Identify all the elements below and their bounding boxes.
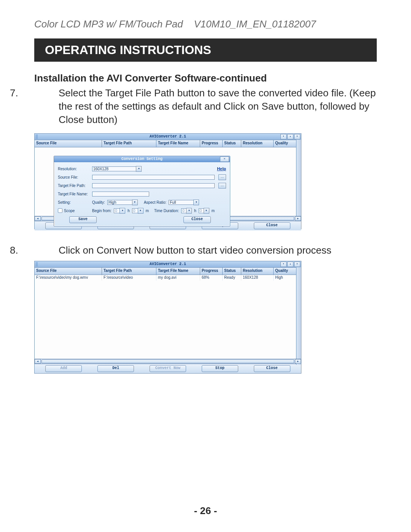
source-file-input[interactable] <box>92 175 215 180</box>
step-7: 7.Select the Target File Path button to … <box>34 86 377 126</box>
target-name-label: Target File Name: <box>58 192 90 196</box>
column-header-row: Source File Target File Path Target File… <box>35 267 301 275</box>
stop-button[interactable]: Stop <box>202 365 238 372</box>
del-button[interactable]: Del <box>97 365 134 372</box>
target-browse-button[interactable]: … <box>218 183 226 189</box>
begin-m-input[interactable]: 0 <box>132 208 138 213</box>
aspect-label: Aspect Ratio: <box>144 200 166 204</box>
spinner-icon[interactable]: ▾ <box>204 208 209 214</box>
setting-label: Setting: <box>58 200 90 204</box>
dur-m-input[interactable]: 0 <box>199 208 204 213</box>
unit-m: m <box>212 209 215 213</box>
chevron-down-icon[interactable]: ▾ <box>136 166 142 172</box>
titlebar-grip-icon <box>36 134 38 139</box>
window-titlebar[interactable]: AVIConverter 2.1 ▾ ▴ ✕ <box>35 134 301 140</box>
scroll-right-icon[interactable]: ▸ <box>295 359 301 364</box>
dur-h-input[interactable]: 0 <box>181 208 186 213</box>
resolution-label: Resolution: <box>58 167 90 171</box>
spinner-icon[interactable]: ▾ <box>138 208 143 214</box>
resolution-combo[interactable]: 160X128 <box>92 166 136 171</box>
cell-target-path: F:\resource\video <box>102 275 156 281</box>
step-text: Click on Convert Now button to start vid… <box>59 244 331 256</box>
col-status[interactable]: Status <box>223 268 241 275</box>
window-close-icon[interactable]: ✕ <box>294 262 300 267</box>
col-resolution[interactable]: Resolution <box>241 140 274 147</box>
dialog-title: Conversion Setting <box>121 157 162 161</box>
spinner-icon[interactable]: ▾ <box>119 208 125 214</box>
window-close-icon[interactable]: ✕ <box>294 134 300 139</box>
titlebar-grip-icon <box>36 262 38 267</box>
vertical-scrollbar[interactable] <box>296 267 301 365</box>
dialog-save-button[interactable]: Save <box>69 216 97 223</box>
help-link[interactable]: Help <box>217 166 226 171</box>
dialog-close-button[interactable]: Close <box>183 216 211 223</box>
window-titlebar[interactable]: AVIConverter 2.1 ▾ ▴ ✕ <box>35 261 301 267</box>
step-text: Select the Target File Path button to sa… <box>59 87 376 125</box>
step-8: 8.Click on Convert Now button to start v… <box>34 244 377 257</box>
window-minimize-icon[interactable]: ▾ <box>280 134 287 139</box>
scope-checkbox[interactable] <box>58 208 62 213</box>
doc-header: Color LCD MP3 w/ FM/Touch Pad V10M10_IM_… <box>34 18 377 30</box>
col-target-name[interactable]: Target File Name <box>156 268 200 275</box>
col-source-file[interactable]: Source File <box>35 140 102 147</box>
quality-combo[interactable]: High <box>107 200 132 205</box>
unit-h: h <box>194 209 196 213</box>
table-row[interactable]: F:\resource\video\my dog.wmv F:\resource… <box>35 275 301 281</box>
convert-now-button[interactable]: Convert Now <box>150 365 186 372</box>
scroll-right-icon[interactable]: ▸ <box>295 216 301 221</box>
window-title: AVIConverter 2.1 <box>150 262 186 266</box>
col-target-path[interactable]: Target File Path <box>102 268 156 275</box>
section-title: OPERATING INSTRUCTIONS <box>45 43 211 57</box>
unit-h: h <box>127 209 130 213</box>
col-status[interactable]: Status <box>223 140 241 147</box>
aviconverter-window: AVIConverter 2.1 ▾ ▴ ✕ Source File Targe… <box>34 133 301 229</box>
begin-from-label: Begin from: <box>92 209 112 213</box>
cell-status: Ready <box>223 275 241 281</box>
aspect-combo[interactable]: Full <box>169 200 194 205</box>
window-maximize-icon[interactable]: ▴ <box>287 134 293 139</box>
spinner-icon[interactable]: ▾ <box>186 208 192 214</box>
col-source-file[interactable]: Source File <box>35 268 102 275</box>
file-list-body[interactable]: F:\resource\video\my dog.wmv F:\resource… <box>35 275 301 359</box>
source-browse-button[interactable]: … <box>218 174 226 180</box>
add-button[interactable]: Add <box>45 365 82 372</box>
cell-resolution: 160X128 <box>241 275 274 281</box>
close-button[interactable]: Close <box>254 222 290 229</box>
window-minimize-icon[interactable]: ▾ <box>280 262 287 267</box>
col-progress[interactable]: Progress <box>200 268 223 275</box>
chevron-down-icon[interactable]: ▾ <box>132 200 138 205</box>
col-resolution[interactable]: Resolution <box>241 268 274 275</box>
column-header-row: Source File Target File Path Target File… <box>35 140 301 147</box>
chevron-down-icon[interactable]: ▾ <box>193 200 199 205</box>
cell-target-name: my dog.avi <box>156 275 200 281</box>
step-number: 7. <box>34 86 59 100</box>
aviconverter-window: AVIConverter 2.1 ▾ ▴ ✕ Source File Targe… <box>34 261 301 374</box>
source-file-label: Source File: <box>58 175 90 179</box>
vertical-scrollbar[interactable] <box>296 140 301 220</box>
cell-progress: 68% <box>200 275 223 281</box>
col-target-name[interactable]: Target File Name <box>156 140 200 147</box>
col-progress[interactable]: Progress <box>200 140 223 147</box>
close-button[interactable]: Close <box>254 365 290 372</box>
unit-m: m <box>146 209 149 213</box>
scope-label: Scope <box>64 209 75 213</box>
target-path-label: Target File Path: <box>58 184 90 188</box>
dialog-close-icon[interactable]: ✕ <box>220 157 229 162</box>
horizontal-scrollbar[interactable]: ◂ ▸ <box>35 359 301 364</box>
scroll-left-icon[interactable]: ◂ <box>35 359 41 364</box>
begin-h-input[interactable]: 0 <box>114 208 120 213</box>
time-duration-label: Time Duration: <box>154 209 179 213</box>
window-title: AVIConverter 2.1 <box>150 134 186 139</box>
action-button-row: Add Del Convert Now Stop Close <box>35 364 301 373</box>
scroll-thumb[interactable] <box>41 359 294 363</box>
target-name-input[interactable] <box>92 192 149 197</box>
window-maximize-icon[interactable]: ▴ <box>287 262 293 267</box>
page-number: - 26 - <box>0 505 411 517</box>
quality-label: Quality: <box>92 200 105 204</box>
cell-source: F:\resource\video\my dog.wmv <box>35 275 102 281</box>
target-path-input[interactable] <box>92 183 215 188</box>
dialog-titlebar[interactable]: Conversion Setting ✕ <box>54 156 230 162</box>
scroll-left-icon[interactable]: ◂ <box>35 216 41 221</box>
section-title-bar: OPERATING INSTRUCTIONS <box>34 38 377 62</box>
col-target-path[interactable]: Target File Path <box>102 140 156 147</box>
